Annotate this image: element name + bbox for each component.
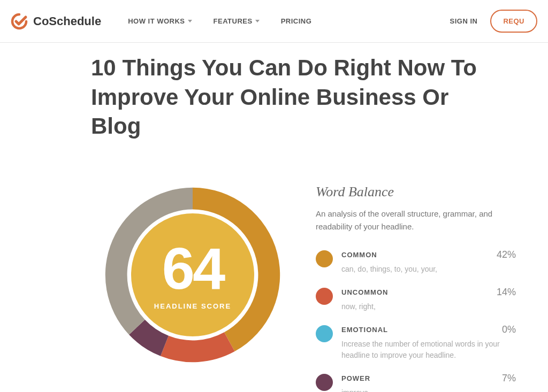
color-dot (316, 374, 333, 391)
brand-logo[interactable]: CoSchedule (11, 13, 101, 30)
balance-detail: can, do, things, to, you, your, (341, 264, 516, 275)
nav-label: PRICING (281, 17, 312, 25)
nav-pricing[interactable]: PRICING (281, 17, 312, 25)
balance-item-power: POWER 7% improve, (316, 373, 516, 392)
score-label: HEADLINE SCORE (154, 302, 231, 310)
balance-percent: 42% (497, 249, 516, 260)
headline-text: 10 Things You Can Do Right Now To Improv… (91, 53, 494, 141)
analysis-section: 64 HEADLINE SCORE Word Balance An analys… (32, 184, 516, 392)
balance-item-emotional: EMOTIONAL 0% Increase the number of emot… (316, 324, 516, 361)
balance-percent: 14% (497, 287, 516, 298)
primary-nav: HOW IT WORKS FEATURES PRICING (128, 17, 450, 25)
balance-body: COMMON 42% can, do, things, to, you, you… (341, 249, 516, 275)
balance-body: POWER 7% improve, (341, 373, 516, 392)
nav-label: FEATURES (214, 17, 253, 25)
color-dot (316, 325, 333, 342)
score-donut-chart: 64 HEADLINE SCORE (102, 184, 284, 366)
main-content: 10 Things You Can Do Right Now To Improv… (0, 43, 548, 392)
balance-label: EMOTIONAL (341, 326, 388, 334)
balance-detail: Increase the number of emotional words i… (341, 339, 516, 361)
sign-in-link[interactable]: SIGN IN (450, 17, 478, 25)
nav-how-it-works[interactable]: HOW IT WORKS (128, 17, 192, 25)
word-balance-title: Word Balance (316, 184, 516, 200)
chevron-down-icon (188, 20, 192, 22)
balance-label: UNCOMMON (341, 288, 388, 296)
color-dot (316, 288, 333, 305)
score-center: 64 HEADLINE SCORE (128, 211, 257, 339)
nav-features[interactable]: FEATURES (214, 17, 260, 25)
color-dot (316, 250, 333, 267)
balance-detail: improve, (341, 387, 516, 392)
balance-percent: 7% (502, 373, 516, 384)
balance-label: POWER (341, 374, 370, 382)
balance-item-uncommon: UNCOMMON 14% now, right, (316, 287, 516, 312)
balance-body: EMOTIONAL 0% Increase the number of emot… (341, 324, 516, 361)
balance-detail: now, right, (341, 301, 516, 312)
balance-label: COMMON (341, 251, 377, 259)
balance-header: EMOTIONAL 0% (341, 324, 516, 335)
main-header: CoSchedule HOW IT WORKS FEATURES PRICING… (0, 0, 548, 43)
brand-name: CoSchedule (33, 14, 101, 28)
cta-button[interactable]: REQU (490, 10, 537, 33)
balance-body: UNCOMMON 14% now, right, (341, 287, 516, 312)
nav-label: HOW IT WORKS (128, 17, 185, 25)
balance-item-common: COMMON 42% can, do, things, to, you, you… (316, 249, 516, 275)
chevron-down-icon (255, 20, 260, 22)
balance-header: UNCOMMON 14% (341, 287, 516, 298)
logo-check-icon (11, 13, 28, 30)
balance-header: POWER 7% (341, 373, 516, 384)
balance-percent: 0% (502, 324, 516, 335)
score-value: 64 (162, 239, 223, 298)
nav-right: SIGN IN REQU (450, 10, 537, 33)
word-balance-panel: Word Balance An analysis of the overall … (316, 184, 516, 392)
word-balance-description: An analysis of the overall structure, gr… (316, 207, 516, 233)
balance-header: COMMON 42% (341, 249, 516, 260)
